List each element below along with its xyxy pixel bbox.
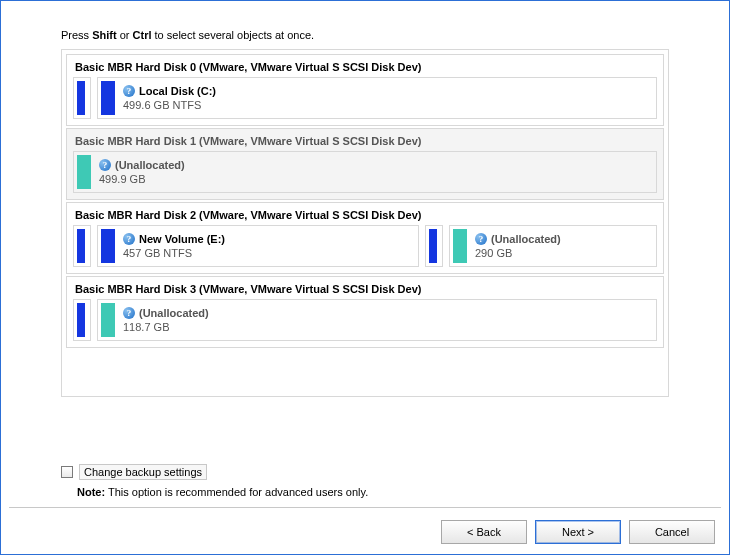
vol-sub: 457 GB NTFS [123, 246, 225, 260]
disk-3-vol-sys[interactable] [73, 299, 91, 341]
note: Note: This option is recommended for adv… [77, 486, 691, 498]
disk-1-title: Basic MBR Hard Disk 1 (VMware, VMware Vi… [75, 135, 657, 147]
disk-2-vol-e[interactable]: ? New Volume (E:) 457 GB NTFS [97, 225, 419, 267]
vol-sub: 290 GB [475, 246, 561, 260]
disk-0-volumes: ? Local Disk (C:) 499.6 GB NTFS [73, 77, 657, 119]
hint-pre: Press [61, 29, 92, 41]
disk-0-vol-c[interactable]: ? Local Disk (C:) 499.6 GB NTFS [97, 77, 657, 119]
disk-0-title: Basic MBR Hard Disk 0 (VMware, VMware Vi… [75, 61, 657, 73]
vol-name: New Volume (E:) [139, 232, 225, 246]
slice-icon [101, 81, 115, 115]
next-button[interactable]: Next > [535, 520, 621, 544]
vol-name-row: ? (Unallocated) [99, 158, 185, 172]
vol-name-row: ? Local Disk (C:) [123, 84, 216, 98]
slice-icon [101, 229, 115, 263]
main-content: Press Shift or Ctrl to select several ob… [1, 1, 729, 397]
disk-1-vol-unalloc[interactable]: ? (Unallocated) 499.9 GB [73, 151, 657, 193]
note-text: This option is recommended for advanced … [105, 486, 368, 498]
vol-name: (Unallocated) [115, 158, 185, 172]
disk-3-vol-unalloc[interactable]: ? (Unallocated) 118.7 GB [97, 299, 657, 341]
vol-name-row: ? (Unallocated) [475, 232, 561, 246]
disk-0-vol-sys[interactable] [73, 77, 91, 119]
disk-2[interactable]: Basic MBR Hard Disk 2 (VMware, VMware Vi… [66, 202, 664, 274]
slice-icon [453, 229, 467, 263]
change-settings-checkbox[interactable] [61, 466, 73, 478]
vol-name: Local Disk (C:) [139, 84, 216, 98]
slice-icon [101, 303, 115, 337]
disk-2-vol-sys[interactable] [73, 225, 91, 267]
button-divider [9, 507, 721, 508]
wizard-window: Press Shift or Ctrl to select several ob… [0, 0, 730, 555]
help-icon: ? [99, 159, 111, 171]
help-icon: ? [123, 233, 135, 245]
change-settings-label[interactable]: Change backup settings [79, 464, 207, 480]
hint-post: to select several objects at once. [152, 29, 315, 41]
vol-sub: 499.6 GB NTFS [123, 98, 216, 112]
slice-icon [77, 303, 85, 337]
help-icon: ? [475, 233, 487, 245]
slice-icon [429, 229, 437, 263]
hint-mid: or [117, 29, 133, 41]
help-icon: ? [123, 85, 135, 97]
back-button[interactable]: < Back [441, 520, 527, 544]
hint-key-ctrl: Ctrl [133, 29, 152, 41]
disk-2-volumes: ? New Volume (E:) 457 GB NTFS [73, 225, 657, 267]
disk-2-vol-unalloc[interactable]: ? (Unallocated) 290 GB [449, 225, 657, 267]
cancel-button[interactable]: Cancel [629, 520, 715, 544]
disk-1[interactable]: Basic MBR Hard Disk 1 (VMware, VMware Vi… [66, 128, 664, 200]
options-area: Change backup settings Note: This option… [39, 464, 691, 498]
selection-hint: Press Shift or Ctrl to select several ob… [61, 29, 669, 41]
note-label: Note: [77, 486, 105, 498]
vol-name: (Unallocated) [139, 306, 209, 320]
vol-name: (Unallocated) [491, 232, 561, 246]
slice-icon [77, 155, 91, 189]
vol-sub: 499.9 GB [99, 172, 185, 186]
vol-name-row: ? New Volume (E:) [123, 232, 225, 246]
vol-name-row: ? (Unallocated) [123, 306, 209, 320]
slice-icon [77, 229, 85, 263]
disk-3-title: Basic MBR Hard Disk 3 (VMware, VMware Vi… [75, 283, 657, 295]
disk-3[interactable]: Basic MBR Hard Disk 3 (VMware, VMware Vi… [66, 276, 664, 348]
disk-2-vol-sep[interactable] [425, 225, 443, 267]
disk-1-volumes: ? (Unallocated) 499.9 GB [73, 151, 657, 193]
hint-key-shift: Shift [92, 29, 116, 41]
disk-2-title: Basic MBR Hard Disk 2 (VMware, VMware Vi… [75, 209, 657, 221]
disk-0[interactable]: Basic MBR Hard Disk 0 (VMware, VMware Vi… [66, 54, 664, 126]
help-icon: ? [123, 307, 135, 319]
wizard-buttons: < Back Next > Cancel [441, 520, 715, 544]
disk-3-volumes: ? (Unallocated) 118.7 GB [73, 299, 657, 341]
slice-icon [77, 81, 85, 115]
disk-list[interactable]: Basic MBR Hard Disk 0 (VMware, VMware Vi… [61, 49, 669, 397]
change-settings-row: Change backup settings [61, 464, 691, 480]
vol-sub: 118.7 GB [123, 320, 209, 334]
